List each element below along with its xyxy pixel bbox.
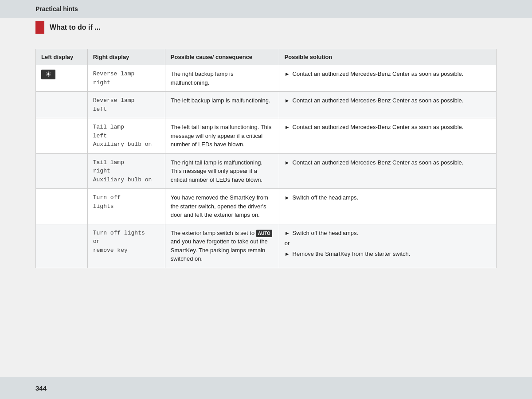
left-display-cell [36,92,88,118]
right-display-cell: Turn off lights or remove key [87,224,165,268]
arrow-icon: ► [285,97,290,105]
arrow-icon: ► [285,194,290,202]
col-cause: Possible cause/ consequence [165,49,279,65]
right-display-cell: Reverse lamp left [87,92,165,118]
page-number: 344 [35,384,47,392]
section-header: What to do if ... [0,18,532,37]
sun-icon: ☀ [41,70,55,79]
arrow-icon: ► [285,159,290,167]
main-table: Left display Right display Possible caus… [35,49,497,268]
cause-cell: The left tail lamp is malfunctioning. Th… [165,118,279,154]
solution-cell: ► Switch off the headlamps. [279,189,496,224]
solution-text: Contact an authorized Mercedes-Benz Cent… [293,123,464,132]
left-display-cell [36,189,88,224]
page-header: Practical hints [0,0,532,18]
table-row: Turn off lights You have removed the Sma… [36,189,497,224]
left-display-cell [36,118,88,154]
left-display-cell: ☀ [36,65,88,92]
arrow-icon-2: ► [285,250,290,258]
arrow-icon: ► [285,70,290,78]
solution-text: Contact an authorized Mercedes-Benz Cent… [293,96,464,105]
page-header-title: Practical hints [35,5,78,12]
arrow-icon: ► [285,229,290,237]
solution-cell: ► Contact an authorized Mercedes-Benz Ce… [279,92,496,118]
or-text: or [285,239,491,248]
solution-cell: ► Contact an authorized Mercedes-Benz Ce… [279,118,496,154]
arrow-icon: ► [285,123,290,131]
content-area: Left display Right display Possible caus… [0,44,532,277]
table-row: ☀ Reverse lamp right The right backup la… [36,65,497,92]
table-row: Tail lamp left Auxiliary bulb on The lef… [36,118,497,154]
solution-text-2: Remove the SmartKey from the starter swi… [293,250,411,258]
table-row: Reverse lamp left The left backup lamp i… [36,92,497,118]
cause-cell: The right backup lamp is malfunctioning. [165,65,279,92]
solution-cell: ► Contact an authorized Mercedes-Benz Ce… [279,65,496,92]
solution-text-1: Switch off the headlamps. [293,229,359,238]
solution-text: Switch off the headlamps. [293,193,359,202]
solution-text: Contact an authorized Mercedes-Benz Cent… [293,158,464,167]
cause-suffix: and you have forgotten to take out the S… [171,238,268,262]
cause-cell: You have removed the SmartKey from the s… [165,189,279,224]
right-display-cell: Tail lamp right Auxiliary bulb on [87,153,165,189]
section-title: What to do if ... [50,23,101,31]
right-display-cell: Turn off lights [87,189,165,224]
cause-prefix: The exterior lamp switch is set to [171,230,256,236]
cause-cell: The right tail lamp is malfunctioning. T… [165,153,279,189]
page-footer: 344 [0,377,532,399]
col-right-display: Right display [87,49,165,65]
solution-cell: ► Contact an authorized Mercedes-Benz Ce… [279,153,496,189]
col-solution: Possible solution [279,49,496,65]
auto-badge: AUTO [256,230,272,237]
red-bar [35,21,44,34]
right-display-cell: Tail lamp left Auxiliary bulb on [87,118,165,154]
cause-cell: The exterior lamp switch is set to AUTO … [165,224,279,268]
solution-text: Contact an authorized Mercedes-Benz Cent… [293,70,464,78]
right-display-cell: Reverse lamp right [87,65,165,92]
cause-cell: The left backup lamp is malfunctioning. [165,92,279,118]
left-display-cell [36,153,88,189]
table-row: Tail lamp right Auxiliary bulb on The ri… [36,153,497,189]
col-left-display: Left display [36,49,88,65]
left-display-cell [36,224,88,268]
table-row: Turn off lights or remove key The exteri… [36,224,497,268]
solution-cell: ► Switch off the headlamps. or ► Remove … [279,224,496,268]
